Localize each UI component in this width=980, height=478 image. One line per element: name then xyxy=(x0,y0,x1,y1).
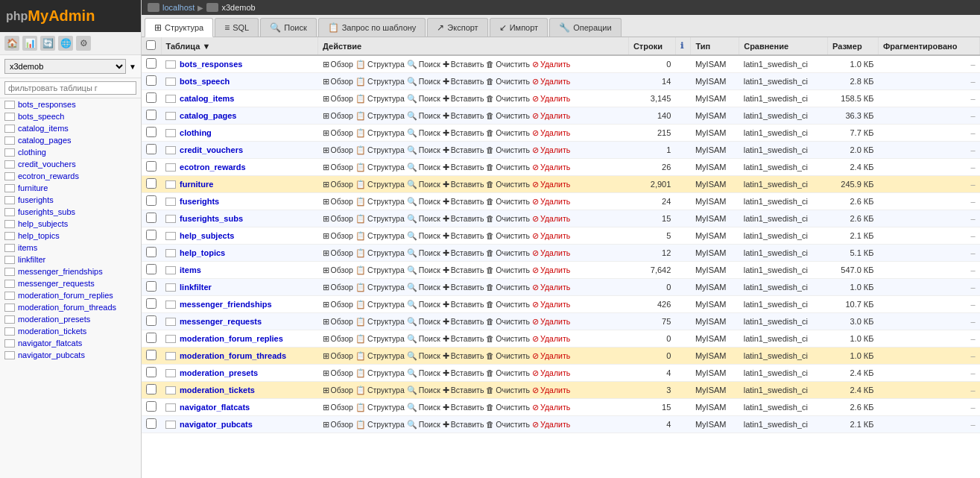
row-checkbox[interactable] xyxy=(146,384,157,394)
row-checkbox[interactable] xyxy=(146,58,157,69)
insert-btn[interactable]: ✚ Вставить xyxy=(443,60,484,69)
row-checkbox[interactable] xyxy=(146,92,157,103)
empty-btn[interactable]: 🗑 Очистить xyxy=(486,111,530,120)
row-checkbox[interactable] xyxy=(146,230,157,240)
structure-btn[interactable]: 📋 Структура xyxy=(355,94,405,104)
sidebar-item-bots_speech[interactable]: bots_speech xyxy=(0,110,141,122)
browse-btn[interactable]: ⊞ Обзор xyxy=(323,403,353,412)
insert-btn[interactable]: ✚ Вставить xyxy=(443,368,484,378)
insert-btn[interactable]: ✚ Вставить xyxy=(443,403,484,412)
row-checkbox[interactable] xyxy=(146,367,157,377)
drop-btn[interactable]: ⊘ Удалить xyxy=(532,351,570,361)
sidebar-table-link[interactable]: bots_speech xyxy=(18,112,64,121)
structure-btn[interactable]: 📋 Структура xyxy=(355,231,405,241)
browse-btn[interactable]: ⊞ Обзор xyxy=(323,351,353,361)
globe-icon[interactable]: 🌐 xyxy=(58,36,73,51)
search-btn[interactable]: 🔍 Поиск xyxy=(407,94,440,104)
search-btn[interactable]: 🔍 Поиск xyxy=(407,265,440,275)
insert-btn[interactable]: ✚ Вставить xyxy=(443,248,484,258)
search-btn[interactable]: 🔍 Поиск xyxy=(407,334,440,344)
insert-btn[interactable]: ✚ Вставить xyxy=(443,128,484,138)
structure-btn[interactable]: 📋 Структура xyxy=(355,214,405,224)
search-btn[interactable]: 🔍 Поиск xyxy=(407,214,440,224)
structure-btn[interactable]: 📋 Структура xyxy=(355,351,405,361)
browse-btn[interactable]: ⊞ Обзор xyxy=(323,128,353,138)
row-checkbox[interactable] xyxy=(146,401,157,412)
structure-btn[interactable]: 📋 Структура xyxy=(355,60,405,69)
empty-btn[interactable]: 🗑 Очистить xyxy=(486,77,530,86)
sidebar-table-link[interactable]: catalog_pages xyxy=(18,136,72,145)
sidebar-table-link[interactable]: help_topics xyxy=(18,231,60,240)
empty-btn[interactable]: 🗑 Очистить xyxy=(486,386,530,394)
browse-btn[interactable]: ⊞ Обзор xyxy=(323,163,353,172)
insert-btn[interactable]: ✚ Вставить xyxy=(443,317,484,327)
structure-btn[interactable]: 📋 Структура xyxy=(355,317,405,327)
tab-import[interactable]: ↙ Импорт xyxy=(490,18,548,37)
search-btn[interactable]: 🔍 Поиск xyxy=(407,403,440,412)
sidebar-item-credit_vouchers[interactable]: credit_vouchers xyxy=(0,158,141,170)
insert-btn[interactable]: ✚ Вставить xyxy=(443,77,484,87)
structure-btn[interactable]: 📋 Структура xyxy=(355,163,405,172)
search-btn[interactable]: 🔍 Поиск xyxy=(407,145,440,155)
sidebar-item-furniture[interactable]: furniture xyxy=(0,182,141,194)
drop-btn[interactable]: ⊘ Удалить xyxy=(532,214,570,224)
table-name-link[interactable]: navigator_flatcats xyxy=(180,403,250,412)
browse-btn[interactable]: ⊞ Обзор xyxy=(323,248,353,258)
insert-btn[interactable]: ✚ Вставить xyxy=(443,231,484,241)
sidebar-table-link[interactable]: fuserights_subs xyxy=(18,207,75,216)
browse-btn[interactable]: ⊞ Обзор xyxy=(323,300,353,309)
structure-btn[interactable]: 📋 Структура xyxy=(355,283,405,292)
drop-btn[interactable]: ⊘ Удалить xyxy=(532,111,570,121)
sidebar-item-help_topics[interactable]: help_topics xyxy=(0,230,141,242)
row-checkbox[interactable] xyxy=(146,418,157,429)
sidebar-table-link[interactable]: navigator_flatcats xyxy=(18,339,82,348)
sidebar-item-moderation_forum_replies[interactable]: moderation_forum_replies xyxy=(0,289,141,301)
sidebar-item-messenger_requests[interactable]: messenger_requests xyxy=(0,277,141,289)
drop-btn[interactable]: ⊘ Удалить xyxy=(532,197,570,207)
row-checkbox[interactable] xyxy=(146,144,157,154)
empty-btn[interactable]: 🗑 Очистить xyxy=(486,248,530,257)
row-checkbox[interactable] xyxy=(146,75,157,86)
empty-btn[interactable]: 🗑 Очистить xyxy=(486,403,530,412)
table-name-link[interactable]: furniture xyxy=(180,180,213,189)
table-name-link[interactable]: messenger_friendships xyxy=(180,300,272,309)
search-btn[interactable]: 🔍 Поиск xyxy=(407,163,440,172)
sidebar-item-help_subjects[interactable]: help_subjects xyxy=(0,218,141,230)
structure-btn[interactable]: 📋 Структура xyxy=(355,403,405,412)
db-selector[interactable]: x3demob ▼ xyxy=(0,55,141,78)
structure-btn[interactable]: 📋 Структура xyxy=(355,368,405,378)
structure-btn[interactable]: 📋 Структура xyxy=(355,197,405,207)
browse-btn[interactable]: ⊞ Обзор xyxy=(323,94,353,104)
sidebar-item-navigator_flatcats[interactable]: navigator_flatcats xyxy=(0,337,141,349)
drop-btn[interactable]: ⊘ Удалить xyxy=(532,317,570,327)
sidebar-table-link[interactable]: linkfilter xyxy=(18,255,45,264)
search-btn[interactable]: 🔍 Поиск xyxy=(407,283,440,292)
sidebar-table-link[interactable]: help_subjects xyxy=(18,219,68,228)
insert-btn[interactable]: ✚ Вставить xyxy=(443,180,484,189)
row-checkbox[interactable] xyxy=(146,127,157,137)
row-checkbox[interactable] xyxy=(146,195,157,206)
empty-btn[interactable]: 🗑 Очистить xyxy=(486,231,530,240)
table-name-link[interactable]: moderation_tickets xyxy=(180,386,255,394)
sidebar-item-fuserights[interactable]: fuserights xyxy=(0,194,141,206)
tab-structure[interactable]: ⊞ Структура xyxy=(145,18,213,37)
sidebar-table-link[interactable]: moderation_forum_replies xyxy=(18,291,113,300)
browse-btn[interactable]: ⊞ Обзор xyxy=(323,334,353,344)
sidebar-table-link[interactable]: fuserights xyxy=(18,195,54,204)
sidebar-table-link[interactable]: furniture xyxy=(18,183,48,192)
drop-btn[interactable]: ⊘ Удалить xyxy=(532,60,570,69)
row-checkbox[interactable] xyxy=(146,281,157,292)
drop-btn[interactable]: ⊘ Удалить xyxy=(532,368,570,378)
empty-btn[interactable]: 🗑 Очистить xyxy=(486,163,530,172)
empty-btn[interactable]: 🗑 Очистить xyxy=(486,317,530,326)
table-name-link[interactable]: fuserights_subs xyxy=(180,214,243,223)
drop-btn[interactable]: ⊘ Удалить xyxy=(532,334,570,344)
table-name-link[interactable]: clothing xyxy=(180,128,212,137)
search-btn[interactable]: 🔍 Поиск xyxy=(407,386,440,395)
search-btn[interactable]: 🔍 Поиск xyxy=(407,197,440,207)
insert-btn[interactable]: ✚ Вставить xyxy=(443,300,484,309)
insert-btn[interactable]: ✚ Вставить xyxy=(443,163,484,172)
search-btn[interactable]: 🔍 Поиск xyxy=(407,77,440,87)
sidebar-table-link[interactable]: clothing xyxy=(18,148,46,157)
settings-icon[interactable]: ⚙ xyxy=(76,36,91,51)
